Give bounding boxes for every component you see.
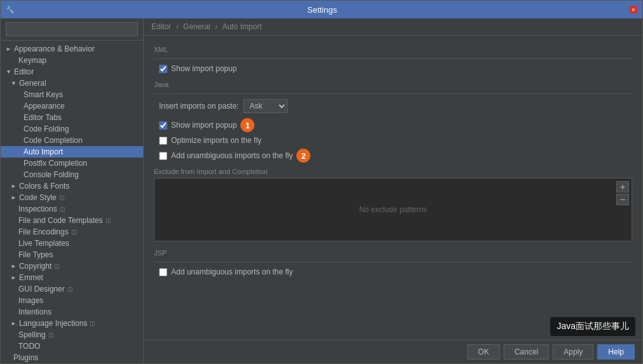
exclude-panel: No exclude patterns + − bbox=[154, 178, 632, 241]
sidebar-item-editor[interactable]: ▼Editor bbox=[1, 66, 143, 78]
search-box bbox=[1, 18, 143, 41]
add-unambiguous-row: Add unambiguous imports on the fly 2 bbox=[154, 149, 632, 163]
jsp-divider bbox=[154, 262, 632, 262]
add-exclude-button[interactable]: + bbox=[616, 181, 629, 192]
java-show-import-popup-checkbox[interactable] bbox=[159, 121, 167, 130]
window-title: Settings bbox=[15, 5, 630, 15]
main-panel: Editor › General › Auto Import XML Show … bbox=[144, 18, 642, 363]
xml-section-header: XML bbox=[154, 46, 632, 53]
main-content: ►Appearance & BehaviorKeymap▼Editor▼Gene… bbox=[1, 18, 642, 363]
sidebar-item-file-code-templates[interactable]: File and Code Templates bbox=[1, 215, 143, 226]
jsp-add-unambiguous-row: Add unambiguous imports on the fly bbox=[154, 267, 632, 276]
breadcrumb-sep-2: › bbox=[215, 22, 219, 31]
sidebar-item-language-injections[interactable]: ►Language Injections bbox=[1, 318, 143, 329]
sidebar-item-smart-keys[interactable]: Smart Keys bbox=[1, 89, 143, 100]
optimize-imports-checkbox[interactable] bbox=[159, 137, 167, 145]
optimize-imports-row: Optimize imports on the fly bbox=[154, 136, 632, 145]
breadcrumb: Editor › General › Auto Import bbox=[144, 18, 642, 36]
sidebar-item-copyright[interactable]: ►Copyright bbox=[1, 260, 143, 272]
java-show-import-popup-label[interactable]: Show import popup bbox=[159, 121, 237, 130]
help-button[interactable]: Help bbox=[597, 344, 635, 360]
jsp-section-header: JSP bbox=[154, 249, 632, 257]
sidebar-item-todo[interactable]: TODO bbox=[1, 340, 143, 352]
jsp-add-unambiguous-checkbox[interactable] bbox=[159, 268, 167, 276]
add-unambiguous-label[interactable]: Add unambiguous imports on the fly bbox=[159, 151, 293, 160]
sidebar-item-console-folding[interactable]: Console Folding bbox=[1, 169, 143, 180]
close-button[interactable]: × bbox=[630, 6, 637, 13]
insert-imports-label: Insert imports on paste: bbox=[159, 102, 239, 111]
java-divider bbox=[154, 93, 632, 94]
xml-divider bbox=[154, 58, 632, 59]
exclude-empty-label: No exclude patterns bbox=[359, 205, 427, 214]
tree: ►Appearance & BehaviorKeymap▼Editor▼Gene… bbox=[1, 41, 143, 363]
sidebar-item-appearance[interactable]: Appearance bbox=[1, 100, 143, 112]
cancel-button[interactable]: Cancel bbox=[504, 344, 549, 360]
xml-show-import-popup-label[interactable]: Show import popup bbox=[159, 64, 237, 73]
xml-show-import-popup-checkbox[interactable] bbox=[159, 65, 167, 73]
window-controls: × bbox=[630, 6, 637, 13]
insert-imports-row: Insert imports on paste: Ask Always Neve… bbox=[154, 99, 632, 113]
sidebar-item-spelling[interactable]: Spelling bbox=[1, 329, 143, 340]
sidebar-item-file-types[interactable]: File Types bbox=[1, 249, 143, 260]
sidebar-item-emmet[interactable]: ►Emmet bbox=[1, 272, 143, 283]
sidebar-item-colors-fonts[interactable]: ►Colors & Fonts bbox=[1, 180, 143, 192]
breadcrumb-editor: Editor bbox=[151, 22, 171, 31]
sidebar: ►Appearance & BehaviorKeymap▼Editor▼Gene… bbox=[1, 18, 144, 363]
sidebar-item-inspections[interactable]: Inspections bbox=[1, 203, 143, 215]
breadcrumb-general: General bbox=[183, 22, 211, 31]
bottom-bar: OK Cancel Apply Help bbox=[144, 340, 642, 363]
java-section-header: Java bbox=[154, 81, 632, 88]
sidebar-item-keymap[interactable]: Keymap bbox=[1, 55, 143, 66]
apply-button[interactable]: Apply bbox=[553, 344, 593, 360]
titlebar: 🔧 Settings × bbox=[1, 1, 642, 18]
sidebar-item-general[interactable]: ▼General bbox=[1, 78, 143, 89]
settings-content: XML Show import popup Java Insert import… bbox=[144, 36, 642, 340]
java-show-import-popup-row: Show import popup 1 bbox=[154, 118, 632, 132]
exclude-header: Exclude from Import and Completion bbox=[154, 168, 632, 175]
search-input[interactable] bbox=[6, 22, 138, 36]
sidebar-item-intentions[interactable]: Intentions bbox=[1, 306, 143, 318]
jsp-add-unambiguous-label[interactable]: Add unambiguous imports on the fly bbox=[159, 267, 293, 276]
ok-button[interactable]: OK bbox=[467, 344, 500, 360]
sidebar-item-plugins[interactable]: Plugins bbox=[1, 352, 143, 363]
optimize-imports-label[interactable]: Optimize imports on the fly bbox=[159, 136, 261, 145]
remove-exclude-button[interactable]: − bbox=[616, 194, 629, 205]
badge-1: 1 bbox=[240, 118, 254, 132]
insert-imports-select[interactable]: Ask Always Never bbox=[244, 99, 287, 113]
breadcrumb-sep-1: › bbox=[176, 22, 181, 31]
sidebar-item-code-style[interactable]: ►Code Style bbox=[1, 192, 143, 203]
sidebar-item-images[interactable]: Images bbox=[1, 295, 143, 306]
xml-show-import-popup-row: Show import popup bbox=[154, 64, 632, 73]
sidebar-item-gui-designer[interactable]: GUI Designer bbox=[1, 283, 143, 295]
sidebar-item-code-completion[interactable]: Code Completion bbox=[1, 135, 143, 146]
add-unambiguous-checkbox[interactable] bbox=[159, 152, 167, 160]
app-icon: 🔧 bbox=[6, 6, 15, 14]
breadcrumb-auto-import: Auto Import bbox=[222, 22, 261, 31]
exclude-buttons: + − bbox=[616, 181, 629, 205]
sidebar-item-file-encodings[interactable]: File Encodings bbox=[1, 226, 143, 238]
sidebar-item-auto-import[interactable]: Auto Import bbox=[1, 146, 143, 158]
sidebar-item-postfix-completion[interactable]: Postfix Completion bbox=[1, 158, 143, 169]
exclude-section: Exclude from Import and Completion No ex… bbox=[154, 168, 632, 241]
badge-2: 2 bbox=[296, 149, 310, 163]
sidebar-item-editor-tabs[interactable]: Editor Tabs bbox=[1, 112, 143, 123]
sidebar-item-live-templates[interactable]: Live Templates bbox=[1, 238, 143, 249]
sidebar-item-appearance-behavior[interactable]: ►Appearance & Behavior bbox=[1, 43, 143, 55]
sidebar-item-code-folding[interactable]: Code Folding bbox=[1, 123, 143, 135]
settings-window: 🔧 Settings × ►Appearance & BehaviorKeyma… bbox=[0, 0, 643, 364]
